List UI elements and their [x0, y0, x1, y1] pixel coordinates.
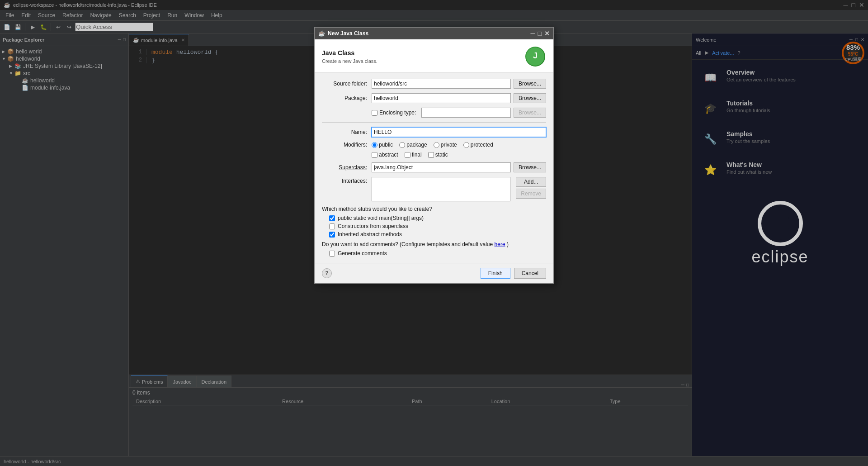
enclosing-type-row: Enclosing type: Browse...: [322, 108, 546, 118]
abstract-checkbox-label[interactable]: abstract: [372, 152, 398, 158]
dialog-close-btn[interactable]: ✕: [544, 30, 550, 37]
help-button[interactable]: ?: [322, 268, 332, 278]
package-row: Package: Browse...: [322, 93, 546, 103]
modifiers-row: Modifiers: public package private: [322, 142, 546, 148]
name-label: Name:: [322, 129, 372, 135]
stub-inherited: Inherited abstract methods: [322, 231, 546, 238]
new-java-dialog: ☕ New Java Class ─ □ ✕ Java Class Create…: [314, 27, 554, 284]
dialog-minimize-btn[interactable]: ─: [531, 30, 535, 37]
enclosing-type-checkbox-label[interactable]: Enclosing type:: [372, 109, 416, 116]
modifier-package-radio[interactable]: [399, 142, 405, 148]
stub-constructors-checkbox[interactable]: [329, 223, 335, 229]
dialog-body: Source folder: Browse... Package: Browse…: [315, 72, 553, 263]
modifier-public-label[interactable]: public: [372, 142, 393, 148]
enclosing-type-browse-btn[interactable]: Browse...: [514, 108, 546, 118]
generate-comments-checkbox[interactable]: [329, 251, 335, 257]
dialog-footer: ? Finish Cancel: [315, 263, 553, 283]
interfaces-btns: Add... Remove: [513, 177, 546, 199]
static-checkbox-label[interactable]: static: [428, 152, 448, 158]
modifier-package-text: package: [406, 142, 427, 148]
dialog-title: New Java Class: [328, 30, 368, 37]
finish-button[interactable]: Finish: [481, 268, 510, 279]
comments-question: Do you want to add comments? (Configure …: [322, 241, 546, 247]
dialog-action-btns: Finish Cancel: [481, 268, 546, 279]
stub-constructors: Constructors from superclass: [322, 223, 546, 229]
modifier-protected-radio[interactable]: [463, 142, 469, 148]
generate-comments-label: Generate comments: [338, 250, 387, 257]
modifiers-label: Modifiers:: [322, 142, 372, 148]
package-browse-btn[interactable]: Browse...: [514, 93, 546, 103]
superclass-row: Superclass: Browse...: [322, 162, 546, 172]
dialog-win-controls: ─ □ ✕: [531, 30, 550, 37]
dialog-header-title: Java Class: [322, 49, 377, 57]
dialog-header: Java Class Create a new Java class. J: [315, 39, 553, 72]
package-input[interactable]: [372, 93, 511, 103]
superclass-label: Superclass:: [322, 164, 372, 171]
comments-suffix: ): [507, 241, 509, 247]
dialog-header-icon: J: [524, 46, 546, 67]
source-folder-input[interactable]: [372, 79, 511, 89]
source-folder-label: Source folder:: [322, 81, 372, 87]
svg-text:J: J: [533, 51, 538, 60]
enclosing-type-checkbox[interactable]: [372, 110, 377, 116]
stub-main-method: public static void main(String[] args): [322, 215, 546, 221]
stub-inherited-label: Inherited abstract methods: [338, 231, 402, 238]
generate-comments-item: Generate comments: [322, 250, 546, 257]
modifier-public-text: public: [379, 142, 393, 148]
stub-main-label: public static void main(String[] args): [338, 215, 424, 221]
superclass-input[interactable]: [372, 162, 511, 172]
remove-interface-btn[interactable]: Remove: [516, 189, 546, 199]
abstract-text: abstract: [379, 152, 398, 158]
cancel-button[interactable]: Cancel: [514, 268, 546, 279]
source-folder-row: Source folder: Browse...: [322, 79, 546, 89]
enclosing-type-input[interactable]: [421, 108, 511, 118]
interfaces-label: Interfaces:: [322, 177, 372, 184]
modifier-protected-text: protected: [471, 142, 493, 148]
dialog-header-text: Java Class Create a new Java class.: [322, 49, 377, 64]
modifier-public-radio[interactable]: [372, 142, 377, 148]
modifier-private-text: private: [441, 142, 457, 148]
abstract-checkbox[interactable]: [372, 152, 377, 158]
modifier-protected-label[interactable]: protected: [463, 142, 493, 148]
dialog-overlay: ☕ New Java Class ─ □ ✕ Java Class Create…: [0, 0, 868, 466]
interfaces-row: Interfaces: Add... Remove: [322, 177, 546, 201]
final-checkbox[interactable]: [405, 152, 410, 158]
stub-inherited-checkbox[interactable]: [329, 232, 335, 238]
final-checkbox-label[interactable]: final: [405, 152, 422, 158]
stub-constructors-label: Constructors from superclass: [338, 223, 408, 229]
package-label: Package:: [322, 95, 372, 101]
comments-question-text: Do you want to add comments? (Configure …: [322, 241, 493, 247]
interfaces-input[interactable]: [372, 177, 510, 201]
static-text: static: [435, 152, 448, 158]
static-checkbox[interactable]: [428, 152, 434, 158]
dialog-title-bar: ☕ New Java Class ─ □ ✕: [315, 28, 553, 39]
dialog-title-icon: ☕: [318, 30, 325, 37]
dialog-maximize-btn[interactable]: □: [538, 30, 542, 37]
enclosing-type-label: Enclosing type:: [379, 109, 416, 116]
modifier-checkboxes-row: abstract final static: [322, 152, 546, 158]
stubs-title: Which method stubs would you like to cre…: [322, 206, 546, 212]
superclass-browse-btn[interactable]: Browse...: [514, 162, 546, 172]
modifier-package-label[interactable]: package: [399, 142, 427, 148]
stub-main-checkbox[interactable]: [329, 215, 335, 221]
java-logo: J: [525, 47, 545, 67]
add-interface-btn[interactable]: Add...: [516, 177, 546, 187]
name-row: Name:: [322, 127, 546, 137]
dialog-header-desc: Create a new Java class.: [322, 58, 377, 64]
source-folder-browse-btn[interactable]: Browse...: [514, 79, 546, 89]
modifier-checkboxes: abstract final static: [372, 152, 448, 158]
stubs-section: Which method stubs would you like to cre…: [322, 206, 546, 238]
modifier-private-radio[interactable]: [434, 142, 439, 148]
comments-section: Do you want to add comments? (Configure …: [322, 241, 546, 257]
divider1: [322, 122, 546, 123]
final-text: final: [412, 152, 422, 158]
modifiers-options: public package private protected: [372, 142, 546, 148]
modifier-private-label[interactable]: private: [434, 142, 457, 148]
comments-link[interactable]: here: [495, 241, 505, 247]
name-input[interactable]: [372, 127, 546, 137]
